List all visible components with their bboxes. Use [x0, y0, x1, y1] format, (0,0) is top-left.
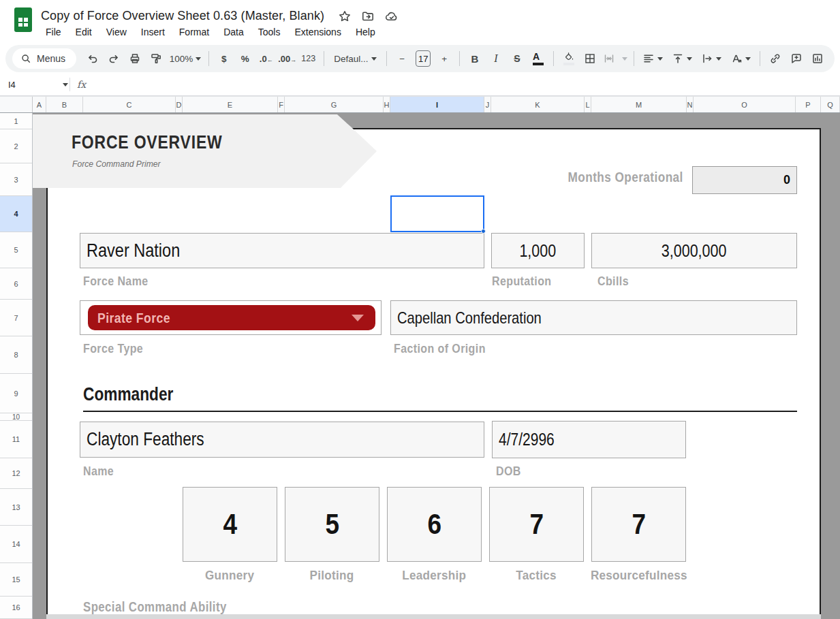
menu-help[interactable]: Help — [351, 25, 380, 39]
selected-cell-I4[interactable] — [390, 195, 484, 232]
increase-decimal-button[interactable]: .00→ — [277, 48, 298, 69]
insert-comment-button[interactable] — [786, 48, 807, 69]
name-box[interactable]: I4 — [0, 80, 68, 90]
reputation-cell[interactable]: 1,000 — [491, 233, 585, 268]
merge-options-dropdown[interactable] — [618, 48, 629, 69]
text-rotation-button[interactable] — [726, 48, 755, 69]
sheets-logo-icon[interactable] — [14, 7, 32, 32]
column-header-A[interactable]: A — [33, 97, 46, 112]
column-header-D[interactable]: D — [176, 97, 183, 112]
redo-button[interactable] — [104, 48, 124, 69]
row-header-8[interactable]: 8 — [0, 336, 32, 374]
row-header-16[interactable]: 16 — [0, 597, 32, 619]
star-icon[interactable] — [338, 10, 352, 23]
force-type-dropdown[interactable]: Pirate Force — [88, 305, 375, 330]
row-header-11[interactable]: 11 — [0, 421, 32, 458]
select-all-corner[interactable] — [0, 97, 33, 112]
insert-link-button[interactable] — [765, 48, 785, 69]
stat-tactics-cell[interactable]: 7 — [489, 487, 584, 562]
row-header-12[interactable]: 12 — [0, 458, 32, 489]
row-header-1[interactable]: 1 — [0, 113, 32, 129]
stat-gunnery-cell[interactable]: 4 — [183, 487, 277, 562]
row-header-4[interactable]: 4 — [0, 196, 32, 232]
undo-button[interactable] — [82, 48, 103, 69]
column-header-N[interactable]: N — [687, 97, 694, 112]
faction-cell[interactable]: Capellan Confederation — [390, 300, 797, 335]
paint-format-button[interactable] — [146, 48, 166, 69]
italic-button[interactable]: I — [486, 48, 506, 69]
row-header-10[interactable]: 10 — [0, 413, 32, 421]
cloud-saved-icon[interactable] — [384, 10, 399, 23]
zoom-select[interactable]: 100% — [167, 48, 204, 69]
column-header-J[interactable]: J — [484, 97, 491, 112]
column-header-E[interactable]: E — [183, 97, 278, 112]
sheet-canvas[interactable]: FORCE OVERVIEW Force Command Primer Mont… — [33, 113, 840, 619]
force-name-cell[interactable]: Raver Nation — [80, 233, 484, 268]
menus-search-button[interactable]: Menus — [12, 48, 76, 69]
text-color-button[interactable]: A — [528, 48, 548, 69]
format-currency-button[interactable]: $ — [214, 48, 234, 69]
vertical-align-button[interactable] — [668, 48, 696, 69]
text-wrap-button[interactable] — [697, 48, 726, 69]
force-type-cell[interactable]: Pirate Force — [80, 300, 382, 335]
stat-resourcefulness-cell[interactable]: 7 — [591, 487, 686, 562]
format-percent-button[interactable]: % — [235, 48, 255, 69]
stat-piloting-label: Piloting — [310, 568, 354, 583]
font-size-input[interactable]: 17 — [416, 50, 431, 67]
menu-insert[interactable]: Insert — [136, 25, 170, 39]
row-header-13[interactable]: 13 — [0, 489, 32, 526]
row-header-6[interactable]: 6 — [0, 268, 32, 300]
page-bottom-strip — [46, 614, 821, 619]
row-header-14[interactable]: 14 — [0, 526, 32, 563]
menu-file[interactable]: File — [41, 25, 66, 39]
borders-button[interactable] — [580, 48, 600, 69]
stat-piloting-cell[interactable]: 5 — [285, 487, 379, 562]
column-header-P[interactable]: P — [796, 97, 821, 112]
fill-handle[interactable] — [481, 229, 486, 234]
merge-cells-button[interactable] — [601, 48, 617, 69]
column-header-K[interactable]: K — [491, 97, 585, 112]
menu-view[interactable]: View — [102, 25, 131, 39]
print-button[interactable] — [125, 48, 145, 69]
title-banner: FORCE OVERVIEW Force Command Primer — [33, 114, 377, 188]
row-header-3[interactable]: 3 — [0, 163, 32, 196]
menu-data[interactable]: Data — [219, 25, 249, 39]
column-header-G[interactable]: G — [285, 97, 384, 112]
menu-extensions[interactable]: Extensions — [290, 25, 345, 39]
column-header-Q[interactable]: Q — [821, 97, 840, 112]
fx-icon[interactable]: fx — [77, 79, 86, 90]
insert-chart-button[interactable] — [807, 48, 828, 69]
stat-leadership-cell[interactable]: 6 — [387, 487, 482, 562]
increase-font-size-button[interactable]: + — [434, 48, 454, 69]
row-header-9[interactable]: 9 — [0, 374, 32, 413]
strikethrough-button[interactable]: S — [507, 48, 527, 69]
column-header-O[interactable]: O — [694, 97, 796, 112]
menu-tools[interactable]: Tools — [253, 25, 285, 39]
cbills-cell[interactable]: 3,000,000 — [591, 233, 797, 268]
column-header-B[interactable]: B — [46, 97, 83, 112]
decrease-decimal-button[interactable]: .0← — [256, 48, 277, 69]
column-header-M[interactable]: M — [591, 97, 687, 112]
column-header-L[interactable]: L — [585, 97, 591, 112]
document-title[interactable]: Copy of Force Overview Sheet 0.63 (Maste… — [41, 9, 324, 23]
more-formats-button[interactable]: 123 — [298, 48, 319, 69]
font-style-select[interactable]: Defaul... — [328, 48, 382, 69]
dob-cell[interactable]: 4/7/2996 — [492, 421, 686, 458]
months-operational-cell[interactable]: 0 — [692, 166, 797, 194]
bold-button[interactable]: B — [465, 48, 485, 69]
move-folder-icon[interactable] — [361, 10, 375, 23]
row-header-5[interactable]: 5 — [0, 232, 32, 268]
row-header-15[interactable]: 15 — [0, 563, 32, 597]
decrease-font-size-button[interactable]: − — [392, 48, 412, 69]
row-header-7[interactable]: 7 — [0, 300, 32, 336]
fill-color-button[interactable] — [559, 48, 579, 69]
menu-edit[interactable]: Edit — [71, 25, 97, 39]
column-header-F[interactable]: F — [278, 97, 285, 112]
column-header-C[interactable]: C — [83, 97, 176, 112]
column-header-H[interactable]: H — [384, 97, 390, 112]
horizontal-align-button[interactable] — [638, 48, 667, 69]
menu-format[interactable]: Format — [174, 25, 214, 39]
column-header-I[interactable]: I — [390, 97, 484, 112]
commander-name-cell[interactable]: Clayton Feathers — [80, 422, 484, 458]
row-header-2[interactable]: 2 — [0, 129, 32, 163]
